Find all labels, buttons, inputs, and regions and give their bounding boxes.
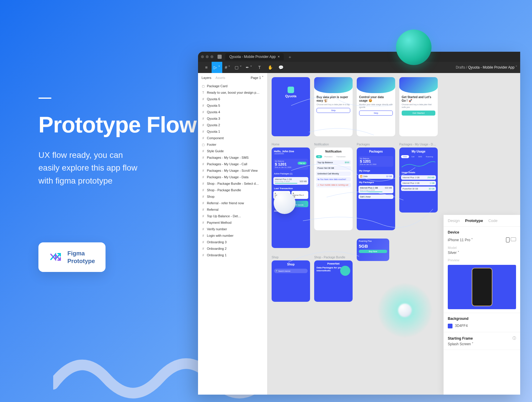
layer-item[interactable]: #Shop - Package Bundle - Select d… (198, 180, 267, 187)
layer-item[interactable]: #Packages - My Usage - Scroll View (198, 167, 267, 174)
layer-name: Packages - My Usage - Data (207, 175, 249, 179)
hero-title: Prototype Flow (38, 112, 197, 137)
toolbar: ≡ ▷ ˅ # ˅ ▢ ˅ ✒ ˅ T ✋ 💬 Drafts / Qyuota … (198, 62, 520, 73)
layer-name: Packages - My Usage - Scroll View (207, 169, 258, 172)
tab-prototype[interactable]: Prototype (465, 218, 483, 223)
frame-onboard-1[interactable]: Buy data plan is super easy 🐒 Choose and… (314, 77, 353, 136)
frame-roaming-card[interactable]: Roaming Plus 5GB Buy Now (357, 239, 389, 261)
background-color[interactable]: 3D4FF4 (448, 324, 516, 328)
layer-item[interactable]: #Top Up Balance - Det… (198, 213, 267, 219)
move-tool[interactable]: ▷ ˅ (212, 62, 222, 73)
tab-code[interactable]: Code (488, 218, 497, 223)
layer-item[interactable]: #Verify number (198, 226, 267, 232)
layer-name: Ready to use, boost your design p… (207, 91, 259, 94)
frame-shop-bundle[interactable]: PowerNet Data Packages for you Interneth… (314, 260, 353, 302)
frame-onboard-2[interactable]: Control your data usage 🤩 Monitor your d… (357, 77, 395, 136)
layer-type-icon: # (202, 254, 205, 257)
frame-tool[interactable]: # ˅ (222, 62, 233, 73)
layer-type-icon: # (202, 182, 205, 185)
layer-item[interactable]: ▢Footer (198, 141, 267, 148)
shape-tool[interactable]: ▢ ˅ (233, 62, 244, 73)
layer-item[interactable]: TReady to use, boost your design p… (198, 89, 267, 96)
layer-item[interactable]: ▢Package Card (198, 83, 267, 89)
layer-item[interactable]: #Shop - Package Bundle (198, 187, 267, 193)
layer-name: Verify number (207, 227, 227, 231)
layer-type-icon: # (202, 241, 205, 244)
layer-type-icon: # (202, 176, 205, 179)
layer-item[interactable]: #Payment Method (198, 219, 267, 226)
breadcrumb[interactable]: Drafts / Qyuota - Mobile Provider App ˅ (456, 65, 517, 69)
traffic-lights[interactable] (201, 55, 213, 58)
layer-name: Onboarding 1 (207, 253, 227, 257)
starting-frame-select[interactable]: Splash Screen ˅ (448, 342, 516, 346)
layer-item[interactable]: #Referral - refer friend now (198, 200, 267, 206)
layer-item[interactable]: #Packages - My Usage - Data (198, 174, 267, 180)
figma-logo-icon (218, 55, 222, 59)
model-label: Model (448, 246, 516, 249)
layer-name: Component (207, 136, 224, 140)
figma-prototype-button[interactable]: Figma Prototype (38, 242, 106, 272)
canvas[interactable]: Qyuota Buy data plan is super easy 🐒 Cho… (267, 73, 520, 395)
layer-type-icon: # (202, 137, 205, 140)
layer-item[interactable]: #Onboarding 3 (198, 239, 267, 245)
layer-type-icon: ▢ (202, 85, 205, 88)
titlebar: Qyuota - Mobile Provider App × + (198, 52, 520, 62)
layer-name: Qyuota 6 (207, 97, 220, 101)
decorative-sphere-green (396, 30, 432, 65)
layer-item[interactable]: #Packages - My Usage - SMS (198, 154, 267, 161)
layer-name: Shop (207, 195, 215, 198)
comment-tool[interactable]: 💬 (275, 62, 286, 73)
tab-design[interactable]: Design (448, 218, 460, 223)
page-selector[interactable]: Page 1 ˅ (251, 76, 264, 80)
layer-name: Login with number (207, 234, 233, 237)
layer-type-icon: # (202, 117, 205, 120)
model-select[interactable]: Silver ˅ (448, 251, 516, 255)
tab-assets[interactable]: Assets (215, 76, 225, 80)
menu-icon[interactable]: ≡ (201, 62, 212, 73)
frame-packages[interactable]: Packages My Balance$ 1201Due on Jan 15, … (357, 147, 395, 230)
layer-item[interactable]: #Onboarding 1 (198, 252, 267, 258)
layer-item[interactable]: #Qyuota 1 (198, 128, 267, 135)
layer-item[interactable]: #Packages - My Usage - Call (198, 161, 267, 167)
prototype-arrows-icon (49, 250, 62, 264)
layer-item[interactable]: #Shop (198, 193, 267, 200)
layer-item[interactable]: #Qyuota 5 (198, 102, 267, 109)
device-heading: Device (448, 230, 516, 234)
frame-my-usage[interactable]: My Usage DataCallSMSRoaming Usage Detail… (399, 147, 438, 213)
layer-name: Onboarding 2 (207, 247, 227, 250)
layer-item[interactable]: #Qyuota 6 (198, 96, 267, 102)
layer-type-icon: # (202, 202, 205, 205)
frame-splash[interactable]: Qyuota (272, 77, 310, 136)
orientation-toggle[interactable] (506, 237, 516, 242)
frame-onboard-3[interactable]: Get Started and Let's Go ! 🚀 Choose and … (399, 77, 438, 136)
layer-item[interactable]: #Qyuota 3 (198, 115, 267, 122)
hand-tool[interactable]: ✋ (265, 62, 275, 73)
layer-name: Footer (207, 143, 216, 146)
layer-item[interactable]: #Qyuota 2 (198, 122, 267, 128)
layer-name: Qyuota 3 (207, 117, 220, 120)
layer-item[interactable]: #Onboarding 2 (198, 245, 267, 252)
device-select[interactable]: iPhone 11 Pro ˅ (448, 238, 473, 242)
layer-name: Qyuota 2 (207, 123, 220, 127)
layer-name: Referral (207, 208, 218, 211)
frame-shop[interactable]: Shop 🔍 Search internet (272, 260, 310, 302)
layer-type-icon: # (202, 130, 205, 133)
layer-item[interactable]: #Qyuota 4 (198, 109, 267, 115)
cta-line2: Prototype (67, 257, 95, 265)
tab-layers[interactable]: Layers (202, 76, 211, 80)
layer-item[interactable]: #Component (198, 135, 267, 141)
new-tab-button[interactable]: + (288, 54, 291, 59)
layer-name: Qyuota 5 (207, 104, 220, 107)
layer-type-icon: # (202, 247, 205, 250)
layer-name: Payment Method (207, 221, 231, 224)
layer-type-icon: # (202, 124, 205, 127)
layer-item[interactable]: #Login with number (198, 232, 267, 239)
layer-item[interactable]: #Style Guide (198, 148, 267, 154)
text-tool[interactable]: T (254, 62, 265, 73)
layer-item[interactable]: #Referral (198, 206, 267, 213)
frame-notification[interactable]: Notification AllPromotionTransaction Top… (314, 147, 353, 230)
label-home: Home (272, 143, 280, 146)
info-icon[interactable]: ⓘ (512, 336, 516, 341)
file-tab[interactable]: Qyuota - Mobile Provider App × (225, 53, 284, 60)
pen-tool[interactable]: ✒ ˅ (244, 62, 254, 73)
